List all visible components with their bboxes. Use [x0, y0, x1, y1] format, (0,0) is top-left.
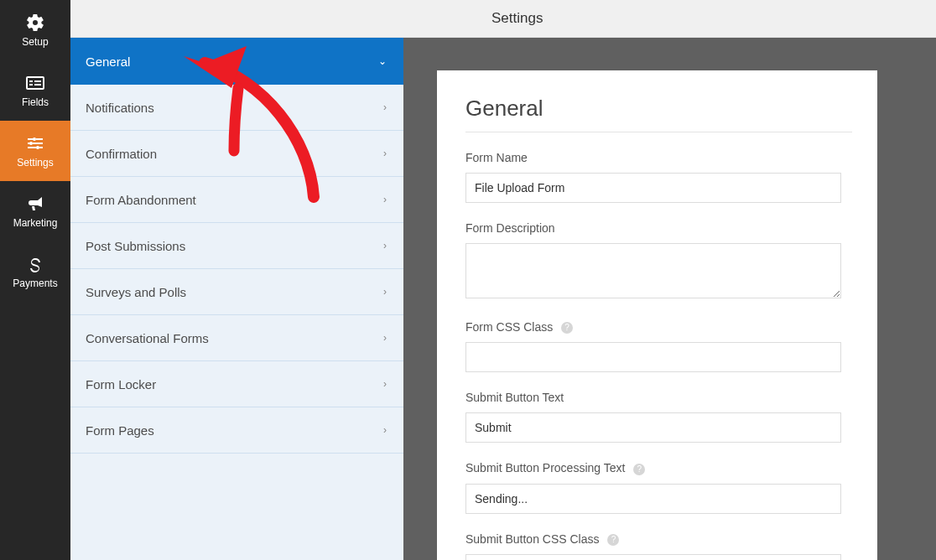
section-form-pages[interactable]: Form Pages › [70, 407, 403, 454]
sidebar-label: Marketing [13, 217, 58, 229]
form-card-title: General [465, 96, 852, 122]
input-submit-button-processing-text[interactable] [465, 484, 841, 514]
chevron-right-icon: › [383, 332, 387, 344]
field-form-name: Form Name [465, 151, 852, 203]
sidebar-item-setup[interactable]: Setup [0, 0, 70, 60]
label-submit-button-text: Submit Button Text [465, 391, 852, 404]
svg-point-5 [33, 137, 36, 141]
section-label: Form Pages [86, 423, 154, 438]
svg-rect-4 [34, 84, 41, 86]
help-icon[interactable]: ? [607, 534, 619, 546]
sidebar-item-fields[interactable]: Fields [0, 60, 70, 121]
divider [465, 132, 852, 132]
section-post-submissions[interactable]: Post Submissions › [70, 223, 403, 269]
help-icon[interactable]: ? [633, 464, 645, 475]
label-text: Submit Button CSS Class [465, 532, 600, 546]
field-submit-button-text: Submit Button Text [465, 391, 852, 443]
sidebar-label: Setup [22, 36, 48, 48]
section-general[interactable]: General ⌄ [70, 38, 403, 85]
section-label: Confirmation [86, 147, 157, 161]
main-area: Settings General Form Name Form Descript… [403, 0, 936, 560]
sidebar-label: Fields [22, 96, 49, 108]
fields-icon [25, 73, 45, 93]
bullhorn-icon [25, 194, 45, 214]
chevron-right-icon: › [383, 286, 387, 298]
sidebar-label: Payments [13, 277, 57, 289]
sidebar-label: Settings [17, 157, 53, 169]
section-form-locker[interactable]: Form Locker › [70, 361, 403, 407]
chevron-down-icon: ⌄ [378, 55, 387, 67]
label-submit-button-css-class: Submit Button CSS Class ? [465, 532, 852, 546]
section-label: Conversational Forms [86, 331, 209, 345]
field-submit-button-css-class: Submit Button CSS Class ? [465, 532, 852, 560]
chevron-right-icon: › [383, 240, 387, 251]
gear-icon [25, 13, 45, 33]
settings-panel-topbar [70, 0, 403, 38]
field-form-css-class: Form CSS Class ? [465, 320, 852, 372]
section-form-abandonment[interactable]: Form Abandonment › [70, 177, 403, 223]
label-submit-button-processing-text: Submit Button Processing Text ? [465, 461, 852, 474]
icon-sidebar: Setup Fields Settings Marketing Payments [0, 0, 70, 560]
sliders-icon [25, 133, 45, 153]
chevron-right-icon: › [383, 148, 387, 159]
chevron-right-icon: › [383, 194, 387, 205]
sidebar-item-marketing[interactable]: Marketing [0, 181, 70, 241]
section-label: Post Submissions [86, 239, 185, 253]
section-label: Form Abandonment [86, 193, 196, 207]
section-notifications[interactable]: Notifications › [70, 85, 403, 131]
label-text: Submit Button Processing Text [465, 461, 625, 474]
page-topbar: Settings [403, 0, 936, 38]
section-surveys-polls[interactable]: Surveys and Polls › [70, 269, 403, 315]
section-label: Form Locker [86, 377, 156, 391]
section-label: Notifications [86, 101, 154, 115]
field-form-description: Form Description [465, 221, 852, 302]
label-form-name: Form Name [465, 151, 852, 164]
svg-rect-3 [34, 80, 41, 82]
input-form-name[interactable] [465, 173, 841, 203]
svg-point-7 [36, 146, 39, 149]
chevron-right-icon: › [383, 378, 387, 390]
chevron-right-icon: › [383, 101, 387, 113]
form-card: General Form Name Form Description Form … [437, 70, 877, 560]
section-conversational-forms[interactable]: Conversational Forms › [70, 315, 403, 361]
section-confirmation[interactable]: Confirmation › [70, 131, 403, 177]
settings-section-panel: General ⌄ Notifications › Confirmation ›… [70, 0, 403, 560]
chevron-right-icon: › [383, 424, 387, 436]
label-form-css-class: Form CSS Class ? [465, 320, 852, 334]
sidebar-item-payments[interactable]: Payments [0, 241, 70, 302]
dollar-icon [25, 254, 45, 274]
settings-section-list: General ⌄ Notifications › Confirmation ›… [70, 38, 403, 454]
label-form-description: Form Description [465, 221, 852, 235]
input-form-css-class[interactable] [465, 342, 841, 372]
svg-rect-1 [29, 80, 33, 82]
sidebar-item-settings[interactable]: Settings [0, 121, 70, 181]
textarea-form-description[interactable] [465, 243, 841, 298]
section-label: General [86, 54, 130, 69]
field-submit-button-processing-text: Submit Button Processing Text ? [465, 461, 852, 513]
svg-rect-2 [29, 84, 33, 86]
help-icon[interactable]: ? [561, 322, 573, 334]
section-label: Surveys and Polls [86, 285, 186, 299]
input-submit-button-text[interactable] [465, 412, 841, 443]
input-submit-button-css-class[interactable] [465, 554, 841, 560]
svg-rect-0 [27, 77, 44, 89]
label-text: Form CSS Class [465, 320, 553, 334]
svg-point-6 [29, 142, 33, 145]
page-title: Settings [491, 10, 543, 27]
